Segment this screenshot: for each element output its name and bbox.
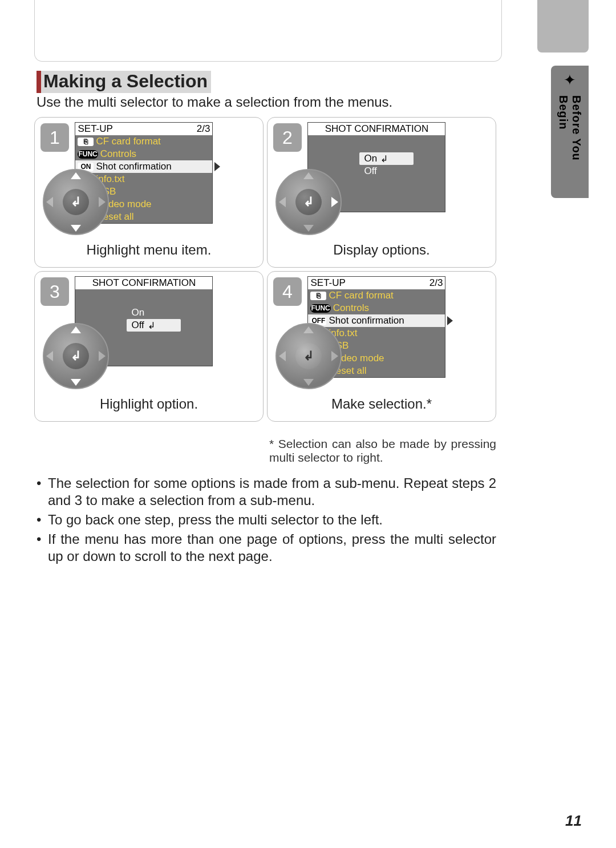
cf-card-icon: ⎘ — [78, 138, 94, 146]
dpad-left-icon — [279, 197, 286, 207]
screen-title: SHOT CONFIRMATION — [92, 277, 196, 289]
chapter-label: Before You Begin — [557, 95, 583, 198]
dpad-down-icon — [71, 225, 81, 232]
menu-row: FUNCControls — [75, 148, 212, 160]
screen-page: 2/3 — [429, 277, 443, 289]
chapter-icon: ✦ — [561, 71, 578, 91]
dpad-down-icon — [71, 379, 81, 386]
step-caption: Highlight option. — [35, 396, 263, 412]
option-row-selected: Off↲ — [127, 319, 181, 332]
dpad-right-icon — [99, 197, 106, 207]
menu-row: FUNCControls — [308, 302, 445, 314]
intro-text: Use the multi selector to make a selecti… — [37, 94, 392, 110]
dpad-right-icon — [331, 351, 338, 361]
screen-title: SHOT CONFIRMATION — [325, 123, 429, 135]
func-icon: FUNC — [310, 304, 330, 313]
chapter-tab: ✦ Before You Begin — [551, 66, 589, 198]
chapter-tab-faint — [537, 0, 589, 53]
dpad-down-icon — [303, 225, 314, 232]
steps-grid: 1 SET-UP 2/3 ⎘CF card format FUNCControl… — [34, 117, 496, 422]
menu-row: ⎘CF card format — [308, 289, 445, 302]
step-caption: Make selection.* — [268, 396, 496, 412]
step-1: 1 SET-UP 2/3 ⎘CF card format FUNCControl… — [34, 117, 264, 268]
option-row: On — [127, 306, 181, 319]
dpad-up-icon — [303, 326, 314, 333]
option-row: Off — [359, 165, 414, 177]
dpad-center-icon: ↲ — [63, 343, 89, 369]
func-icon: FUNC — [78, 150, 98, 159]
enter-icon: ↲ — [148, 320, 155, 331]
footnote: * Selection can also be made by pressing… — [269, 437, 496, 465]
screen-title-bar: SET-UP 2/3 — [308, 277, 445, 289]
dpad-center-icon: ↲ — [295, 189, 322, 215]
multi-selector-diagram: ↲ — [43, 169, 109, 235]
cf-card-icon: ⎘ — [310, 292, 326, 300]
dpad-left-icon — [46, 351, 53, 361]
dpad-center-icon: ↲ — [295, 343, 322, 369]
page-number: 11 — [565, 812, 582, 830]
menu-row: ⎘CF card format — [75, 135, 212, 148]
bullet-item: The selection for some options is made f… — [37, 475, 496, 509]
previous-page-region — [34, 0, 502, 62]
step-number: 4 — [273, 277, 302, 306]
step-3: 3 SHOT CONFIRMATION On Off↲ ↲ Highlight … — [34, 271, 264, 422]
step-number: 1 — [40, 123, 69, 152]
multi-selector-diagram: ↲ — [275, 323, 342, 389]
screen-title: SET-UP — [78, 123, 112, 135]
bullet-item: To go back one step, press the multi sel… — [37, 511, 496, 528]
dpad-down-icon — [303, 379, 314, 386]
option-row-selected: On↲ — [359, 152, 414, 165]
dpad-up-icon — [71, 172, 81, 179]
screen-title-bar: SHOT CONFIRMATION — [75, 277, 212, 289]
step-caption: Display options. — [268, 242, 496, 258]
step-number: 3 — [40, 277, 69, 306]
step-number: 2 — [273, 123, 302, 152]
right-arrow-icon — [214, 162, 220, 171]
dpad-center-icon: ↲ — [63, 189, 89, 215]
screen-title-bar: SHOT CONFIRMATION — [308, 123, 445, 135]
section-heading: Making a Selection — [37, 71, 211, 93]
multi-selector-diagram: ↲ — [43, 323, 109, 389]
bullet-list: The selection for some options is made f… — [37, 475, 496, 567]
step-4: 4 SET-UP 2/3 ⎘CF card format FUNCControl… — [267, 271, 496, 422]
multi-selector-diagram: ↲ — [275, 169, 342, 235]
dpad-up-icon — [303, 172, 314, 179]
screen-page: 2/3 — [197, 123, 210, 135]
screen-title: SET-UP — [310, 277, 345, 289]
bullet-item: If the menu has more than one page of op… — [37, 531, 496, 565]
step-caption: Highlight menu item. — [35, 242, 263, 258]
dpad-right-icon — [99, 351, 106, 361]
dpad-left-icon — [279, 351, 286, 361]
dpad-up-icon — [71, 326, 81, 333]
screen-title-bar: SET-UP 2/3 — [75, 123, 212, 135]
dpad-left-icon — [46, 197, 53, 207]
right-arrow-icon — [447, 316, 453, 325]
dpad-right-icon — [331, 197, 338, 207]
enter-icon: ↲ — [380, 154, 388, 164]
step-2: 2 SHOT CONFIRMATION On↲ Off ↲ Display op… — [267, 117, 496, 268]
